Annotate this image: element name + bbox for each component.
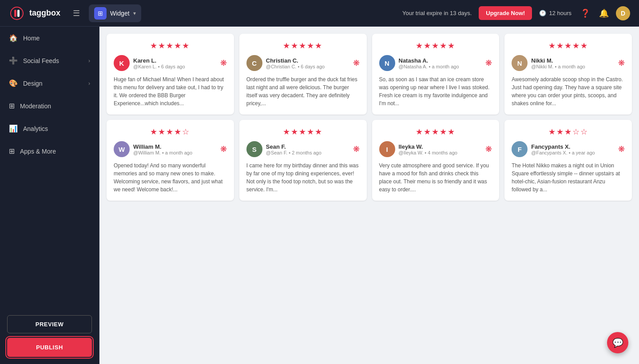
review-text-r6: I came here for my birthday dinner and t… xyxy=(246,162,360,194)
sidebar-item-moderation[interactable]: ⊞ Moderation xyxy=(0,95,99,117)
stars-r6: ★★★★★ xyxy=(246,127,360,137)
reviewer-row-r7: I Ileyka W. @Ileyka W. • 4 months ago ❋ xyxy=(379,141,492,157)
yelp-icon-r4: ❋ xyxy=(618,58,625,68)
reviewer-handle-r1: @Karen L. • 6 days ago xyxy=(133,64,217,69)
help-icon[interactable]: ❓ xyxy=(580,8,590,18)
reviewer-info-r6: Sean F. @Sean F. • 2 months ago xyxy=(266,143,349,155)
review-text-r8: The Hotel Nikko makes a night out in Uni… xyxy=(512,162,625,194)
chevron-right-icon: › xyxy=(88,58,90,64)
reviewer-info-r4: Nikki M. @Nikki M. • a month ago xyxy=(531,57,615,69)
reviewer-info-r7: Ileyka W. @Ileyka W. • 4 months ago xyxy=(399,143,482,155)
preview-button[interactable]: PREVIEW xyxy=(7,315,92,333)
sidebar: 🏠 Home ➕ Social Feeds › 🎨 Design › ⊞ Mod… xyxy=(0,27,99,364)
reviewer-info-r1: Karen L. @Karen L. • 6 days ago xyxy=(133,57,217,69)
reviewer-info-r2: Christian C. @Christian C. • 6 days ago xyxy=(266,57,349,69)
reviewer-name-r5: William M. xyxy=(133,143,217,150)
reviewer-info-r8: Fancypants X. @Fancypants X. • a year ag… xyxy=(531,143,615,155)
reviewer-name-r2: Christian C. xyxy=(266,57,349,64)
reviewer-avatar-r8: F xyxy=(512,141,528,157)
reviewer-row-r2: C Christian C. @Christian C. • 6 days ag… xyxy=(246,55,360,71)
upgrade-button[interactable]: Upgrade Now! xyxy=(479,6,532,20)
reviewer-handle-r3: @Natasha A. • a month ago xyxy=(399,64,482,69)
reviewer-handle-r5: @William M. • a month ago xyxy=(133,150,217,155)
sidebar-item-design[interactable]: 🎨 Design › xyxy=(0,72,99,95)
reviewer-handle-r4: @Nikki M. • a month ago xyxy=(531,64,615,69)
stars-r2: ★★★★★ xyxy=(246,41,360,51)
review-card-r6: ★★★★★ S Sean F. @Sean F. • 2 months ago … xyxy=(239,120,367,201)
trial-message: Your trial expire in 13 days. xyxy=(402,10,472,16)
reviewer-avatar-r7: I xyxy=(379,141,395,157)
reviewer-handle-r6: @Sean F. • 2 months ago xyxy=(266,150,349,155)
timer-label: 12 hours xyxy=(549,10,572,16)
chevron-right-icon-design: › xyxy=(88,80,90,87)
chevron-down-icon: ▾ xyxy=(133,10,136,16)
apps-more-icon: ⊞ xyxy=(9,147,15,155)
home-icon: 🏠 xyxy=(9,34,18,42)
reviewer-avatar-r4: N xyxy=(512,55,528,71)
reviewer-handle-r2: @Christian C. • 6 days ago xyxy=(266,64,349,69)
review-card-r4: ★★★★★ N Nikki M. @Nikki M. • a month ago… xyxy=(504,34,632,115)
yelp-icon-r8: ❋ xyxy=(618,144,625,154)
review-text-r2: Ordered the truffle burger and the duck … xyxy=(246,75,360,107)
logo-icon xyxy=(9,5,25,21)
widget-selector-label: Widget xyxy=(110,10,130,17)
review-text-r4: Awesomely adorable scoop shop in the Cas… xyxy=(512,75,625,107)
widget-selector[interactable]: ⊞ Widget ▾ xyxy=(89,4,141,22)
reviewer-avatar-r1: K xyxy=(114,55,130,71)
sidebar-item-analytics[interactable]: 📊 Analytics xyxy=(0,117,99,140)
sidebar-label-home: Home xyxy=(23,35,90,42)
reviewer-name-r4: Nikki M. xyxy=(531,57,615,64)
bell-icon[interactable]: 🔔 xyxy=(599,8,609,18)
svg-rect-2 xyxy=(14,10,16,17)
reviewer-handle-r8: @Fancypants X. • a year ago xyxy=(531,150,615,155)
timer-area: 🕐 12 hours xyxy=(539,10,572,16)
reviewer-handle-r7: @Ileyka W. • 4 months ago xyxy=(399,150,482,155)
chat-button[interactable]: 💬 xyxy=(607,332,628,353)
review-card-r7: ★★★★★ I Ileyka W. @Ileyka W. • 4 months … xyxy=(372,120,500,201)
logo: taggbox xyxy=(9,5,60,21)
yelp-icon-r3: ❋ xyxy=(485,58,492,68)
sidebar-label-design: Design xyxy=(23,80,83,87)
yelp-icon-r2: ❋ xyxy=(353,58,360,68)
user-avatar[interactable]: D xyxy=(616,6,630,20)
svg-rect-3 xyxy=(17,10,20,17)
stars-r1: ★★★★★ xyxy=(114,41,227,51)
review-card-r2: ★★★★★ C Christian C. @Christian C. • 6 d… xyxy=(239,34,367,115)
reviewer-avatar-r3: N xyxy=(379,55,395,71)
sidebar-item-apps-more[interactable]: ⊞ Apps & More xyxy=(0,140,99,162)
sidebar-item-home[interactable]: 🏠 Home xyxy=(0,27,99,49)
reviewer-row-r6: S Sean F. @Sean F. • 2 months ago ❋ xyxy=(246,141,360,157)
reviewer-row-r8: F Fancypants X. @Fancypants X. • a year … xyxy=(512,141,625,157)
review-text-r5: Opened today! And so many wonderful memo… xyxy=(114,162,227,194)
reviewer-name-r1: Karen L. xyxy=(133,57,217,64)
logo-text: taggbox xyxy=(29,8,60,18)
stars-r8: ★★★☆☆ xyxy=(512,127,625,137)
review-card-r5: ★★★★☆ W William M. @William M. • a month… xyxy=(107,120,234,201)
stars-r4: ★★★★★ xyxy=(512,41,625,51)
moderation-icon: ⊞ xyxy=(9,102,15,110)
sidebar-label-moderation: Moderation xyxy=(20,103,90,110)
reviewer-avatar-r6: S xyxy=(246,141,262,157)
sidebar-label-social-feeds: Social Feeds xyxy=(23,57,83,64)
hamburger-icon[interactable]: ☰ xyxy=(73,8,80,18)
yelp-icon-r1: ❋ xyxy=(220,58,227,68)
reviewer-row-r4: N Nikki M. @Nikki M. • a month ago ❋ xyxy=(512,55,625,71)
analytics-icon: 📊 xyxy=(9,124,18,133)
sidebar-bottom: PREVIEW PUBLISH xyxy=(0,308,99,364)
widget-selector-icon: ⊞ xyxy=(94,7,107,20)
review-card-r1: ★★★★★ K Karen L. @Karen L. • 6 days ago … xyxy=(107,34,234,115)
review-text-r7: Very cute atmosphere and good service. I… xyxy=(379,162,492,194)
sidebar-item-social-feeds[interactable]: ➕ Social Feeds › xyxy=(0,49,99,72)
review-text-r3: So, as soon as I saw that an ice cream s… xyxy=(379,75,492,107)
reviewer-row-r5: W William M. @William M. • a month ago ❋ xyxy=(114,141,227,157)
review-card-r3: ★★★★★ N Natasha A. @Natasha A. • a month… xyxy=(372,34,500,115)
stars-r5: ★★★★☆ xyxy=(114,127,227,137)
main-layout: 🏠 Home ➕ Social Feeds › 🎨 Design › ⊞ Mod… xyxy=(0,27,639,364)
publish-button[interactable]: PUBLISH xyxy=(7,338,92,357)
reviewer-row-r1: K Karen L. @Karen L. • 6 days ago ❋ xyxy=(114,55,227,71)
reviewer-row-r3: N Natasha A. @Natasha A. • a month ago ❋ xyxy=(379,55,492,71)
stars-r7: ★★★★★ xyxy=(379,127,492,137)
review-text-r1: Huge fan of Michael Mina! When I heard a… xyxy=(114,75,227,107)
reviewer-name-r6: Sean F. xyxy=(266,143,349,150)
yelp-icon-r7: ❋ xyxy=(485,144,492,154)
